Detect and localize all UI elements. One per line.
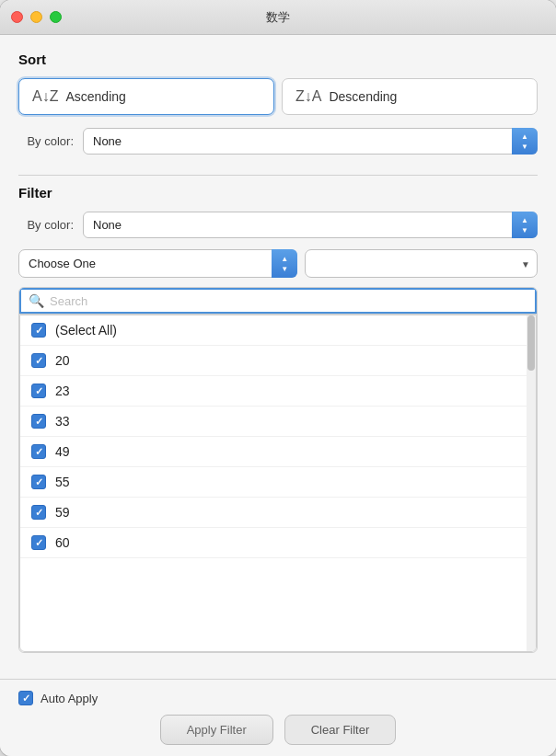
items-list: (Select All)20233349555960 xyxy=(19,315,537,652)
choose-one-select[interactable]: Choose One xyxy=(18,249,297,278)
list-item-checkbox[interactable] xyxy=(31,475,46,489)
search-box: 🔍 xyxy=(19,288,537,314)
minimize-button[interactable] xyxy=(30,11,42,23)
search-icon: 🔍 xyxy=(29,293,44,308)
list-item[interactable]: 23 xyxy=(20,376,536,407)
sort-color-select[interactable]: None xyxy=(83,128,538,155)
window-title: 数学 xyxy=(266,9,290,26)
titlebar: 数学 xyxy=(0,0,556,35)
list-item[interactable]: 33 xyxy=(20,407,536,437)
bottom-bar: Auto Apply Apply Filter Clear Filter xyxy=(0,679,556,756)
list-item[interactable]: 59 xyxy=(20,498,536,528)
scrollbar-thumb[interactable] xyxy=(527,315,535,371)
search-list-wrapper: 🔍 (Select All)20233349555960 xyxy=(18,287,538,653)
list-item-checkbox[interactable] xyxy=(31,535,46,550)
list-item-checkbox[interactable] xyxy=(31,353,46,368)
filter-color-select[interactable]: None xyxy=(83,212,538,238)
list-item-checkbox[interactable] xyxy=(31,444,46,459)
choose-one-wrapper: Choose One xyxy=(18,249,297,278)
main-window: 数学 Sort A↓Z Ascending Z↓A Descending By … xyxy=(0,0,556,756)
sort-by-color-row: By color: None xyxy=(18,128,538,155)
list-item-label: 55 xyxy=(55,475,70,489)
list-item-checkbox[interactable] xyxy=(31,384,46,398)
list-item-checkbox[interactable] xyxy=(31,414,46,429)
divider xyxy=(18,175,538,176)
list-item[interactable]: 20 xyxy=(20,346,536,376)
filter-value-wrapper: ▼ xyxy=(305,249,538,278)
list-item-label: (Select All) xyxy=(55,323,117,338)
list-item[interactable]: 55 xyxy=(20,467,536,498)
auto-apply-row: Auto Apply xyxy=(18,691,538,705)
action-buttons: Apply Filter Clear Filter xyxy=(18,715,538,745)
sort-section-title: Sort xyxy=(18,52,538,67)
filter-color-select-wrapper: None xyxy=(83,212,538,238)
ascending-button[interactable]: A↓Z Ascending xyxy=(18,78,274,115)
list-item[interactable]: (Select All) xyxy=(20,315,536,346)
filter-by-color-label: By color: xyxy=(18,218,74,232)
filter-choose-row: Choose One ▼ xyxy=(18,249,538,278)
list-item-checkbox[interactable] xyxy=(31,323,46,338)
descending-label: Descending xyxy=(329,89,397,104)
list-item[interactable]: 49 xyxy=(20,437,536,467)
filter-value-select[interactable] xyxy=(305,249,538,278)
list-item-label: 20 xyxy=(55,353,70,368)
descending-icon: Z↓A xyxy=(295,88,321,105)
sort-by-color-label: By color: xyxy=(18,134,74,148)
clear-filter-button[interactable]: Clear Filter xyxy=(284,715,397,745)
list-item-label: 60 xyxy=(55,535,70,550)
window-controls xyxy=(11,11,62,23)
auto-apply-label: Auto Apply xyxy=(41,692,98,705)
sort-buttons-group: A↓Z Ascending Z↓A Descending xyxy=(18,78,538,115)
apply-filter-button[interactable]: Apply Filter xyxy=(160,715,273,745)
filter-by-color-row: By color: None xyxy=(18,212,538,238)
list-item[interactable]: 60 xyxy=(20,528,536,558)
filter-section-title: Filter xyxy=(18,185,538,200)
list-item-checkbox[interactable] xyxy=(31,505,46,520)
auto-apply-checkbox[interactable] xyxy=(18,691,33,705)
sort-color-select-wrapper: None xyxy=(83,128,538,155)
descending-button[interactable]: Z↓A Descending xyxy=(282,78,538,115)
ascending-icon: A↓Z xyxy=(32,88,58,105)
close-button[interactable] xyxy=(11,11,23,23)
main-content: Sort A↓Z Ascending Z↓A Descending By col… xyxy=(0,35,556,679)
list-item-label: 59 xyxy=(55,505,70,520)
search-box-container: 🔍 xyxy=(19,288,537,315)
list-item-label: 33 xyxy=(55,414,70,429)
list-item-label: 49 xyxy=(55,444,70,459)
ascending-label: Ascending xyxy=(65,89,125,104)
maximize-button[interactable] xyxy=(50,11,62,23)
list-item-label: 23 xyxy=(55,384,70,398)
scrollbar-track[interactable] xyxy=(527,315,536,651)
search-input[interactable] xyxy=(50,294,527,308)
